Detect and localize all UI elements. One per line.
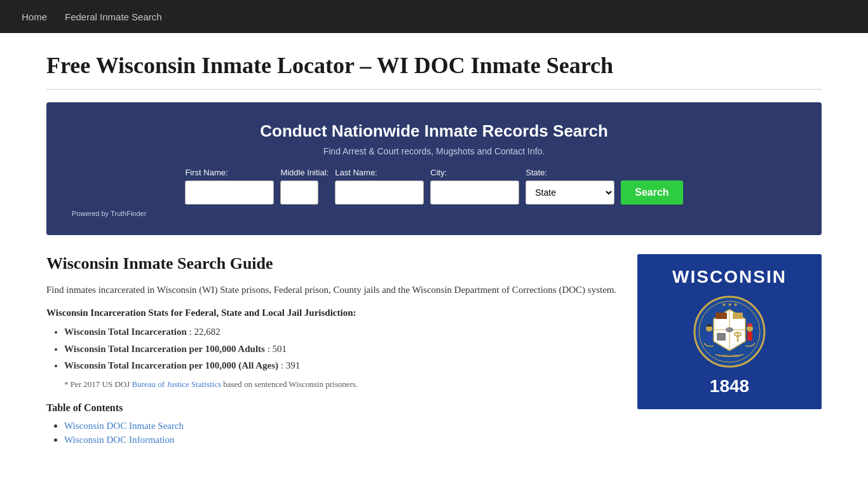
svg-rect-5 [733, 313, 743, 319]
stat-item-1: Wisconsin Total Incarceration : 22,682 [64, 325, 618, 339]
main-content: Free Wisconsin Inmate Locator – WI DOC I… [34, 33, 834, 461]
svg-rect-4 [715, 313, 727, 319]
state-group: State: StateAlabamaAlaskaArizonaArkansas… [526, 168, 614, 205]
wi-flag-box: WISCONSIN [637, 254, 822, 409]
toc-item-2: Wisconsin DOC Information [64, 434, 618, 445]
svg-rect-15 [747, 323, 752, 327]
search-form: First Name: Middle Initial: Last Name: C… [72, 168, 796, 205]
nav-federal-search-link[interactable]: Federal Inmate Search [56, 6, 171, 27]
toc-list: Wisconsin DOC Inmate Search Wisconsin DO… [46, 420, 618, 445]
state-label: State: [526, 168, 547, 177]
content-right: WISCONSIN [637, 254, 822, 409]
nav-home-link[interactable]: Home [13, 6, 56, 27]
city-input[interactable] [430, 180, 519, 205]
svg-rect-11 [707, 332, 712, 341]
stats-list: Wisconsin Total Incarceration : 22,682 W… [46, 325, 618, 373]
banner-subheadline: Find Arrest & Court records, Mugshots an… [72, 146, 796, 156]
stats-heading: Wisconsin Incarceration Stats for Federa… [46, 308, 618, 318]
stat-item-3: Wisconsin Total Incarceration per 100,00… [64, 358, 618, 373]
last-name-label: Last Name: [335, 168, 377, 177]
last-name-group: Last Name: [335, 168, 424, 205]
powered-by: Powered by TruthFinder [72, 210, 796, 217]
toc-item-1: Wisconsin DOC Inmate Search [64, 420, 618, 431]
wi-flag-year: 1848 [650, 376, 809, 396]
first-name-input[interactable] [185, 180, 274, 205]
city-group: City: [430, 168, 519, 205]
bjs-link[interactable]: Bureau of Justice Statistics [132, 379, 221, 389]
stats-note: * Per 2017 US DOJ Bureau of Justice Stat… [46, 379, 618, 390]
guide-section-title: Wisconsin Inmate Search Guide [46, 254, 618, 273]
svg-point-9 [726, 327, 733, 332]
middle-initial-label: Middle Initial: [280, 168, 329, 177]
search-banner: Conduct Nationwide Inmate Records Search… [46, 102, 822, 235]
banner-headline: Conduct Nationwide Inmate Records Search [72, 121, 796, 141]
toc-link-doc-search[interactable]: Wisconsin DOC Inmate Search [64, 421, 184, 431]
toc-title: Table of Contents [46, 402, 618, 414]
toc-link-doc-info[interactable]: Wisconsin DOC Information [64, 435, 175, 445]
middle-initial-group: Middle Initial: [280, 168, 329, 205]
svg-rect-14 [707, 324, 712, 327]
guide-intro: Find inmates incarcerated in Wisconsin (… [46, 282, 618, 297]
first-name-label: First Name: [185, 168, 227, 177]
svg-rect-13 [747, 332, 752, 341]
svg-text:FORWARD: FORWARD [719, 353, 740, 358]
content-row: Wisconsin Inmate Search Guide Find inmat… [46, 254, 822, 448]
wi-seal-icon: ★ ★ ★ FORWARD [691, 294, 768, 370]
search-button[interactable]: Search [621, 180, 682, 205]
svg-rect-6 [717, 333, 726, 341]
wi-flag-title: WISCONSIN [650, 267, 809, 287]
svg-text:★ ★ ★: ★ ★ ★ [722, 302, 738, 308]
page-title: Free Wisconsin Inmate Locator – WI DOC I… [46, 52, 822, 90]
state-select[interactable]: StateAlabamaAlaskaArizonaArkansasCalifor… [526, 180, 614, 205]
first-name-group: First Name: [185, 168, 274, 205]
middle-initial-input[interactable] [280, 180, 318, 205]
navbar: Home Federal Inmate Search [0, 0, 868, 33]
stat-item-2: Wisconsin Total Incarceration per 100,00… [64, 342, 618, 356]
last-name-input[interactable] [335, 180, 424, 205]
city-label: City: [430, 168, 447, 177]
content-left: Wisconsin Inmate Search Guide Find inmat… [46, 254, 618, 448]
